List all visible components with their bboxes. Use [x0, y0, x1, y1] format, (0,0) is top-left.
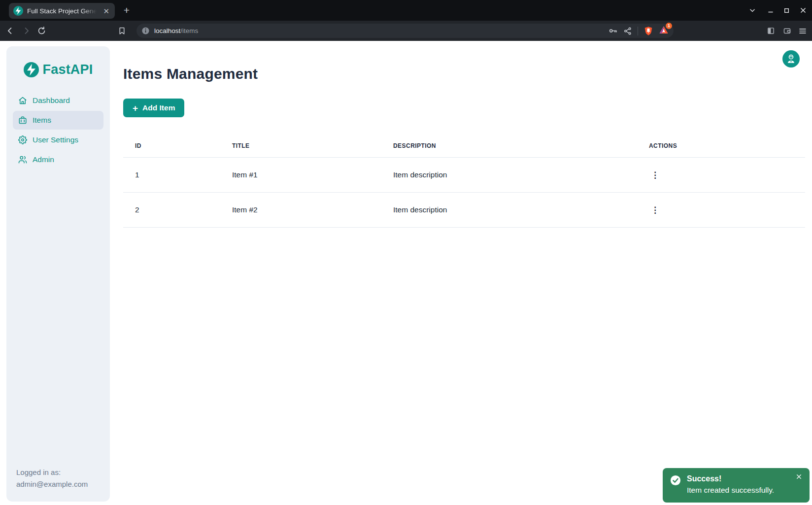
column-header-description: DESCRIPTION	[381, 134, 637, 158]
briefcase-icon	[18, 116, 27, 125]
browser-tab[interactable]: Full Stack Project Genera ✕	[9, 3, 115, 19]
brand-name: FastAPI	[43, 62, 93, 77]
hamburger-menu-icon[interactable]	[798, 21, 807, 41]
sidebar-item-label: Admin	[33, 155, 54, 164]
sidebar-item-items[interactable]: Items	[13, 111, 103, 130]
row-actions-menu-icon[interactable]: ⋮	[649, 205, 661, 215]
plus-icon: +	[133, 103, 138, 113]
toolbar-divider	[638, 27, 638, 35]
sidebar-item-label: User Settings	[33, 135, 78, 144]
sidebar: FastAPI Dashboard Items	[6, 46, 110, 502]
sidebar-item-label: Items	[33, 116, 51, 125]
toast-text: Success! Item created successfully.	[687, 474, 774, 503]
user-menu-button[interactable]	[782, 50, 800, 67]
cell-description: Item description	[381, 158, 637, 193]
row-actions-menu-icon[interactable]: ⋮	[649, 170, 661, 180]
logged-in-email: admin@example.com	[16, 478, 100, 490]
table-header-row: ID TITLE DESCRIPTION ACTIONS	[123, 134, 805, 158]
forward-button[interactable]	[22, 21, 31, 41]
brave-shield-icon[interactable]	[643, 26, 653, 36]
url-host: localhost	[154, 27, 180, 34]
logged-in-label: Logged in as:	[16, 467, 100, 478]
toast-close-button[interactable]	[795, 472, 803, 481]
cell-id: 2	[123, 193, 220, 228]
bookmark-icon[interactable]	[118, 21, 126, 41]
table-row: 2 Item #2 Item description ⋮	[123, 193, 805, 228]
sidebar-item-admin[interactable]: Admin	[13, 150, 103, 169]
tab-close-icon[interactable]: ✕	[102, 7, 110, 15]
cell-title: Item #1	[220, 158, 381, 193]
logged-in-info: Logged in as: admin@example.com	[6, 467, 110, 502]
window-controls	[744, 0, 812, 21]
toast-title: Success!	[687, 474, 774, 483]
close-window-button[interactable]	[795, 0, 811, 21]
brave-rewards-button[interactable]: 1	[659, 25, 669, 37]
cell-title: Item #2	[220, 193, 381, 228]
browser-menu-chevron-icon[interactable]	[744, 0, 760, 21]
success-toast: Success! Item created successfully.	[663, 468, 810, 503]
back-button[interactable]	[5, 21, 15, 41]
url-path: /items	[180, 27, 198, 34]
add-item-button[interactable]: + Add Item	[123, 99, 184, 117]
browser-toolbar: localhost/items	[0, 21, 812, 41]
url-bar[interactable]: localhost/items	[136, 24, 674, 38]
side-panel-icon[interactable]	[767, 21, 775, 41]
sidebar-item-user-settings[interactable]: User Settings	[13, 131, 103, 149]
browser-window: Full Stack Project Genera ✕ +	[0, 0, 812, 505]
table-row: 1 Item #1 Item description ⋮	[123, 158, 805, 193]
sidebar-nav: Dashboard Items User Settings	[6, 91, 110, 169]
sidebar-item-label: Dashboard	[33, 96, 70, 105]
close-icon	[796, 473, 802, 480]
toast-message: Item created successfully.	[687, 486, 774, 495]
cell-id: 1	[123, 158, 220, 193]
cell-description: Item description	[381, 193, 637, 228]
column-header-title: TITLE	[220, 134, 381, 158]
main-panel: Items Management + Add Item ID TITLE DES…	[110, 41, 812, 505]
users-icon	[18, 155, 27, 164]
column-header-actions: ACTIONS	[637, 134, 805, 158]
page-title: Items Management	[123, 66, 805, 82]
gear-icon	[18, 135, 27, 144]
maximize-button[interactable]	[778, 0, 795, 21]
wallet-icon[interactable]	[783, 21, 791, 41]
sidebar-item-dashboard[interactable]: Dashboard	[13, 91, 103, 110]
new-tab-button[interactable]: +	[120, 4, 134, 17]
rewards-badge: 1	[666, 23, 672, 29]
share-icon[interactable]	[623, 27, 632, 35]
tab-title: Full Stack Project Genera	[27, 7, 98, 15]
reload-button[interactable]	[37, 21, 46, 41]
fastapi-logo-icon	[24, 62, 39, 77]
brand: FastAPI	[6, 62, 110, 77]
home-icon	[18, 96, 27, 105]
column-header-id: ID	[123, 134, 220, 158]
minimize-button[interactable]	[762, 0, 778, 21]
check-circle-icon	[670, 475, 681, 486]
tab-strip: Full Stack Project Genera ✕ +	[0, 0, 812, 21]
items-table: ID TITLE DESCRIPTION ACTIONS 1 Item #1 I…	[123, 134, 805, 228]
user-avatar-icon	[786, 54, 796, 64]
app-content: FastAPI Dashboard Items	[0, 41, 812, 505]
site-info-icon[interactable]	[141, 27, 150, 35]
add-item-label: Add Item	[142, 103, 175, 112]
fastapi-favicon-icon	[13, 6, 23, 16]
password-key-icon[interactable]	[609, 26, 618, 35]
